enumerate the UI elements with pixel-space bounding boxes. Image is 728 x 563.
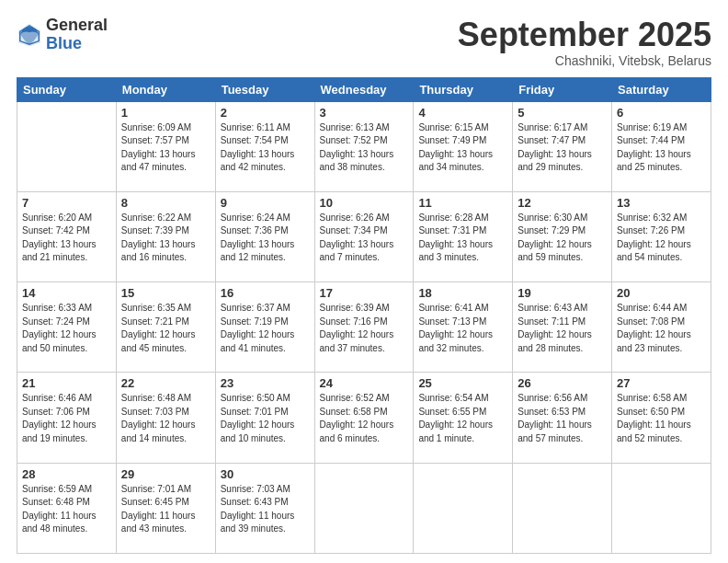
calendar-cell: 7Sunrise: 6:20 AMSunset: 7:42 PMDaylight… <box>17 191 117 282</box>
calendar-cell: 18Sunrise: 6:41 AMSunset: 7:13 PMDayligh… <box>414 282 513 373</box>
day-detail: Sunrise: 6:19 AMSunset: 7:44 PMDaylight:… <box>617 121 706 175</box>
day-detail: Sunrise: 6:24 AMSunset: 7:36 PMDaylight:… <box>221 212 310 265</box>
day-number: 26 <box>518 376 607 390</box>
calendar-cell <box>414 463 513 553</box>
calendar-cell: 21Sunrise: 6:46 AMSunset: 7:06 PMDayligh… <box>17 373 117 463</box>
day-number: 29 <box>121 467 210 481</box>
day-detail: Sunrise: 6:59 AMSunset: 6:48 PMDaylight:… <box>22 483 111 536</box>
logo: General Blue <box>17 17 108 53</box>
calendar-cell: 15Sunrise: 6:35 AMSunset: 7:21 PMDayligh… <box>116 282 215 373</box>
calendar-cell: 4Sunrise: 6:15 AMSunset: 7:49 PMDaylight… <box>414 101 513 191</box>
calendar-cell: 25Sunrise: 6:54 AMSunset: 6:55 PMDayligh… <box>414 373 513 463</box>
calendar-cell: 20Sunrise: 6:44 AMSunset: 7:08 PMDayligh… <box>612 282 711 373</box>
day-number: 20 <box>617 286 706 300</box>
day-detail: Sunrise: 6:43 AMSunset: 7:11 PMDaylight:… <box>518 302 607 355</box>
calendar-cell: 11Sunrise: 6:28 AMSunset: 7:31 PMDayligh… <box>414 191 513 282</box>
calendar-cell: 26Sunrise: 6:56 AMSunset: 6:53 PMDayligh… <box>513 373 612 463</box>
month-title: September 2025 <box>458 17 711 53</box>
day-detail: Sunrise: 6:09 AMSunset: 7:57 PMDaylight:… <box>121 121 210 175</box>
calendar-week-2: 14Sunrise: 6:33 AMSunset: 7:24 PMDayligh… <box>17 282 711 373</box>
day-number: 7 <box>22 196 111 210</box>
calendar-body: 1Sunrise: 6:09 AMSunset: 7:57 PMDaylight… <box>17 101 711 553</box>
day-number: 27 <box>617 376 706 390</box>
day-detail: Sunrise: 6:17 AMSunset: 7:47 PMDaylight:… <box>518 121 607 175</box>
calendar-cell: 14Sunrise: 6:33 AMSunset: 7:24 PMDayligh… <box>17 282 117 373</box>
header-tuesday: Tuesday <box>215 77 314 101</box>
day-number: 21 <box>22 376 111 390</box>
calendar-cell: 17Sunrise: 6:39 AMSunset: 7:16 PMDayligh… <box>314 282 414 373</box>
calendar-cell: 3Sunrise: 6:13 AMSunset: 7:52 PMDaylight… <box>314 101 414 191</box>
weekday-header-row: Sunday Monday Tuesday Wednesday Thursday… <box>17 77 711 101</box>
calendar-cell: 13Sunrise: 6:32 AMSunset: 7:26 PMDayligh… <box>612 191 711 282</box>
day-detail: Sunrise: 6:48 AMSunset: 7:03 PMDaylight:… <box>121 392 210 445</box>
day-detail: Sunrise: 6:11 AMSunset: 7:54 PMDaylight:… <box>221 121 310 175</box>
calendar-cell: 27Sunrise: 6:58 AMSunset: 6:50 PMDayligh… <box>612 373 711 463</box>
day-number: 17 <box>320 286 409 300</box>
day-number: 25 <box>418 376 507 390</box>
calendar-cell: 5Sunrise: 6:17 AMSunset: 7:47 PMDaylight… <box>513 101 612 191</box>
day-detail: Sunrise: 6:13 AMSunset: 7:52 PMDaylight:… <box>320 121 409 175</box>
day-number: 28 <box>22 467 111 481</box>
day-detail: Sunrise: 6:58 AMSunset: 6:50 PMDaylight:… <box>617 392 706 445</box>
day-detail: Sunrise: 6:46 AMSunset: 7:06 PMDaylight:… <box>22 392 111 445</box>
day-number: 2 <box>221 106 310 120</box>
day-number: 12 <box>518 196 607 210</box>
calendar-cell <box>612 463 711 553</box>
day-number: 22 <box>121 376 210 390</box>
calendar-cell: 10Sunrise: 6:26 AMSunset: 7:34 PMDayligh… <box>314 191 414 282</box>
header-right: September 2025 Chashniki, Vitebsk, Belar… <box>458 17 711 68</box>
day-detail: Sunrise: 6:52 AMSunset: 6:58 PMDaylight:… <box>320 392 409 445</box>
day-detail: Sunrise: 7:01 AMSunset: 6:45 PMDaylight:… <box>121 483 210 536</box>
day-detail: Sunrise: 6:30 AMSunset: 7:29 PMDaylight:… <box>518 212 607 265</box>
day-number: 11 <box>418 196 507 210</box>
day-number: 30 <box>221 467 310 481</box>
day-detail: Sunrise: 7:03 AMSunset: 6:43 PMDaylight:… <box>221 483 310 536</box>
calendar-week-0: 1Sunrise: 6:09 AMSunset: 7:57 PMDaylight… <box>17 101 711 191</box>
day-detail: Sunrise: 6:56 AMSunset: 6:53 PMDaylight:… <box>518 392 607 445</box>
day-number: 18 <box>418 286 507 300</box>
day-number: 16 <box>221 286 310 300</box>
calendar-cell: 24Sunrise: 6:52 AMSunset: 6:58 PMDayligh… <box>314 373 414 463</box>
calendar-cell: 2Sunrise: 6:11 AMSunset: 7:54 PMDaylight… <box>215 101 314 191</box>
day-number: 4 <box>418 106 507 120</box>
header-saturday: Saturday <box>612 77 711 101</box>
calendar-cell: 16Sunrise: 6:37 AMSunset: 7:19 PMDayligh… <box>215 282 314 373</box>
day-detail: Sunrise: 6:20 AMSunset: 7:42 PMDaylight:… <box>22 212 111 265</box>
calendar-week-1: 7Sunrise: 6:20 AMSunset: 7:42 PMDaylight… <box>17 191 711 282</box>
day-number: 5 <box>518 106 607 120</box>
calendar-cell: 12Sunrise: 6:30 AMSunset: 7:29 PMDayligh… <box>513 191 612 282</box>
calendar-cell: 6Sunrise: 6:19 AMSunset: 7:44 PMDaylight… <box>612 101 711 191</box>
logo-general-text: General <box>46 17 108 35</box>
day-number: 23 <box>221 376 310 390</box>
day-number: 24 <box>320 376 409 390</box>
day-number: 19 <box>518 286 607 300</box>
day-number: 13 <box>617 196 706 210</box>
day-number: 3 <box>320 106 409 120</box>
calendar-cell: 8Sunrise: 6:22 AMSunset: 7:39 PMDaylight… <box>116 191 215 282</box>
calendar-cell: 30Sunrise: 7:03 AMSunset: 6:43 PMDayligh… <box>215 463 314 553</box>
logo-icon <box>17 22 42 48</box>
calendar-cell: 29Sunrise: 7:01 AMSunset: 6:45 PMDayligh… <box>116 463 215 553</box>
day-number: 14 <box>22 286 111 300</box>
day-detail: Sunrise: 6:41 AMSunset: 7:13 PMDaylight:… <box>418 302 507 355</box>
header-thursday: Thursday <box>414 77 513 101</box>
day-detail: Sunrise: 6:28 AMSunset: 7:31 PMDaylight:… <box>418 212 507 265</box>
calendar-week-3: 21Sunrise: 6:46 AMSunset: 7:06 PMDayligh… <box>17 373 711 463</box>
day-detail: Sunrise: 6:32 AMSunset: 7:26 PMDaylight:… <box>617 212 706 265</box>
day-detail: Sunrise: 6:15 AMSunset: 7:49 PMDaylight:… <box>418 121 507 175</box>
calendar-page: General Blue September 2025 Chashniki, V… <box>0 0 728 563</box>
day-number: 9 <box>221 196 310 210</box>
day-detail: Sunrise: 6:44 AMSunset: 7:08 PMDaylight:… <box>617 302 706 355</box>
location: Chashniki, Vitebsk, Belarus <box>458 53 711 68</box>
calendar-cell: 23Sunrise: 6:50 AMSunset: 7:01 PMDayligh… <box>215 373 314 463</box>
header-wednesday: Wednesday <box>314 77 414 101</box>
day-detail: Sunrise: 6:35 AMSunset: 7:21 PMDaylight:… <box>121 302 210 355</box>
header-friday: Friday <box>513 77 612 101</box>
calendar-cell <box>314 463 414 553</box>
calendar-cell <box>513 463 612 553</box>
calendar-cell <box>17 101 117 191</box>
day-detail: Sunrise: 6:33 AMSunset: 7:24 PMDaylight:… <box>22 302 111 355</box>
day-detail: Sunrise: 6:26 AMSunset: 7:34 PMDaylight:… <box>320 212 409 265</box>
top-section: General Blue September 2025 Chashniki, V… <box>17 17 711 68</box>
calendar-cell: 19Sunrise: 6:43 AMSunset: 7:11 PMDayligh… <box>513 282 612 373</box>
